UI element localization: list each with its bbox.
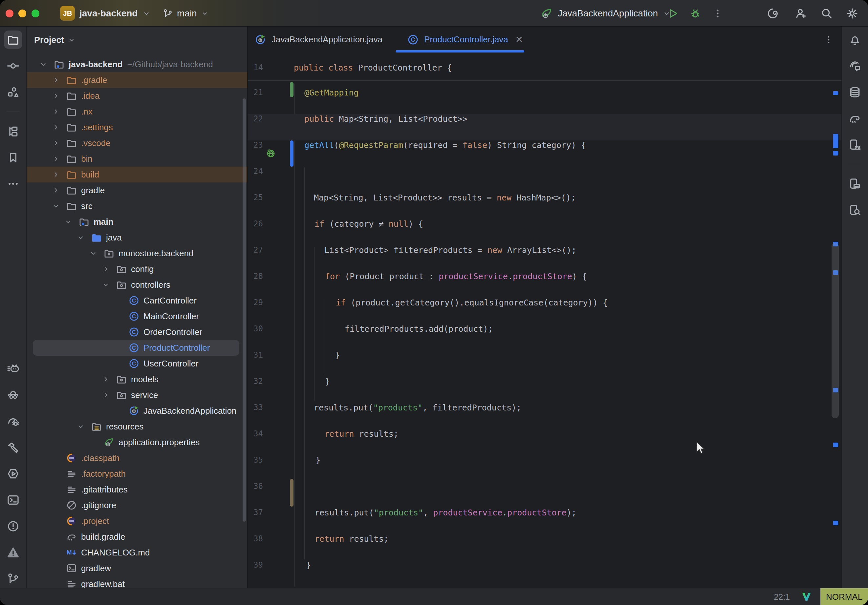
code-line-28[interactable]: 28for (Product product : productService.… [248, 272, 842, 298]
line-number[interactable]: 35 [248, 455, 263, 482]
error-stripe-mark[interactable] [833, 443, 838, 447]
line-number[interactable]: 22 [248, 114, 263, 141]
code-line-23[interactable]: 23getAll(@RequestParam(required = false)… [248, 141, 842, 167]
line-number[interactable]: 28 [248, 272, 263, 298]
chevron-down-icon[interactable] [76, 422, 85, 431]
code-line-30[interactable]: 30filteredProducts.add(product); [248, 324, 842, 350]
chevron-down-icon[interactable] [51, 202, 60, 210]
chevron-right-icon[interactable] [51, 186, 60, 195]
chevron-down-icon[interactable] [64, 218, 73, 226]
ideavim-icon[interactable] [801, 591, 812, 602]
problems-button[interactable] [4, 517, 22, 535]
more-button[interactable] [4, 175, 22, 193]
tree-item-gradle[interactable]: gradle [26, 183, 248, 198]
tree-item-usercontroller[interactable]: CUserController [26, 356, 248, 371]
ai-assistant-button[interactable] [764, 0, 782, 26]
hierarchy-button[interactable] [4, 122, 22, 141]
tree-item--factorypath[interactable]: .factorypath [26, 466, 248, 482]
code-line-31[interactable]: 31} [248, 350, 842, 377]
commit-button[interactable] [4, 57, 22, 75]
line-number[interactable]: 36 [248, 482, 263, 508]
vcs-branch-widget[interactable]: main [163, 0, 209, 26]
debug-button[interactable] [686, 0, 705, 26]
tree-item--project[interactable]: .project [26, 513, 248, 529]
tree-item--nx[interactable]: .nx [26, 104, 248, 119]
code-line-36[interactable]: 36 [248, 482, 842, 508]
tree-item-java[interactable]: java [26, 230, 248, 245]
chevron-down-icon[interactable] [76, 233, 85, 242]
line-number[interactable]: 25 [248, 193, 263, 219]
endpoint-icon[interactable] [266, 148, 276, 159]
chevron-right-icon[interactable] [51, 139, 60, 147]
bookmarks-button[interactable] [4, 148, 22, 167]
line-number[interactable]: 24 [248, 167, 263, 193]
code-line-32[interactable]: 32} [248, 377, 842, 403]
code-line-39[interactable]: 39} [248, 560, 842, 586]
vcs-change-marker-added[interactable] [290, 82, 293, 97]
tree-item--vscode[interactable]: .vscode [26, 135, 248, 151]
tree-item-gradlew-bat[interactable]: gradlew.bat [26, 576, 248, 588]
gradle-button[interactable] [846, 109, 864, 128]
tree-item-bin[interactable]: bin [26, 151, 248, 167]
tree-item--idea[interactable]: .idea [26, 88, 248, 104]
tree-item--settings[interactable]: .settings [26, 119, 248, 135]
tree-item--gitignore[interactable]: .gitignore [26, 497, 248, 513]
run-button[interactable] [664, 0, 682, 26]
error-stripe-mark[interactable] [833, 151, 838, 156]
device-explorer-button[interactable] [846, 201, 864, 219]
copilot-button[interactable] [4, 360, 22, 378]
code-line-33[interactable]: 33results.put("products", filteredProduc… [248, 403, 842, 429]
line-number[interactable]: 32 [248, 377, 263, 403]
close-tab-icon[interactable]: ✕ [515, 34, 523, 45]
code-line-25[interactable]: 25Map<String, List<Product>> results = n… [248, 193, 842, 219]
chevron-right-icon[interactable] [101, 375, 110, 384]
line-number[interactable]: 37 [248, 508, 263, 534]
running-devices-button[interactable] [846, 175, 864, 193]
tree-item-gradlew[interactable]: gradlew [26, 560, 248, 576]
project-panel-header[interactable]: Project [34, 31, 76, 48]
project-tree-scrollbar[interactable] [243, 98, 246, 521]
line-number[interactable]: 26 [248, 219, 263, 245]
code-line-24[interactable]: 24 [248, 167, 842, 193]
chevron-down-icon[interactable] [39, 60, 48, 68]
profiler-button[interactable] [4, 412, 22, 430]
tab-options-button[interactable] [822, 34, 835, 46]
tree-item-monostore-backend[interactable]: monostore.backend [26, 245, 248, 261]
chevron-right-icon[interactable] [51, 107, 60, 116]
line-number[interactable]: 30 [248, 324, 263, 350]
code-editor[interactable]: 21@GetMapping22public Map<String, List<P… [248, 53, 842, 588]
line-number[interactable]: 39 [248, 560, 263, 586]
chevron-right-icon[interactable] [51, 155, 60, 163]
chevron-right-icon[interactable] [101, 265, 110, 273]
more-run-actions-button[interactable] [708, 0, 727, 26]
tree-item-controllers[interactable]: controllers [26, 277, 248, 292]
error-stripe-mark[interactable] [833, 521, 838, 525]
search-everywhere-button[interactable] [817, 0, 836, 26]
editor-scrollbar[interactable] [832, 243, 839, 418]
chevron-down-icon[interactable] [89, 249, 98, 258]
tree-item-service[interactable]: service [26, 387, 248, 403]
code-line-38[interactable]: 38return results; [248, 534, 842, 560]
tree-item-resources[interactable]: resources [26, 419, 248, 435]
code-line-37[interactable]: 37results.put("products", productService… [248, 508, 842, 534]
tree-item-application-properties[interactable]: application.properties [26, 435, 248, 450]
caret-position-widget[interactable]: 22:1 [774, 588, 790, 605]
code-line-29[interactable]: 29if (product.getCategory().equalsIgnore… [248, 298, 842, 324]
tab-productcontroller[interactable]: C ProductController.java ✕ [407, 26, 523, 53]
code-line-34[interactable]: 34return results; [248, 429, 842, 455]
vim-mode-badge[interactable]: NORMAL [820, 588, 868, 605]
chevron-right-icon[interactable] [51, 170, 60, 179]
minimize-window-button[interactable] [19, 9, 26, 17]
tree-item-java-backend[interactable]: java-backend~/Github/java-backend [26, 56, 248, 72]
code-line-35[interactable]: 35} [248, 455, 842, 482]
chevron-right-icon[interactable] [51, 76, 60, 84]
chevron-down-icon[interactable] [101, 280, 110, 289]
notifications-bell-button[interactable] [846, 31, 864, 49]
line-number[interactable]: 27 [248, 245, 263, 272]
tree-item-maincontroller[interactable]: CMainController [26, 308, 248, 324]
chevron-right-icon[interactable] [51, 123, 60, 132]
tree-item-productcontroller[interactable]: CProductController [26, 340, 248, 356]
tree-item-build-gradle[interactable]: build.gradle [26, 529, 248, 545]
tree-item-javabackendapplication[interactable]: JavaBackendApplication [26, 403, 248, 419]
ai-chat-button[interactable] [846, 57, 864, 75]
